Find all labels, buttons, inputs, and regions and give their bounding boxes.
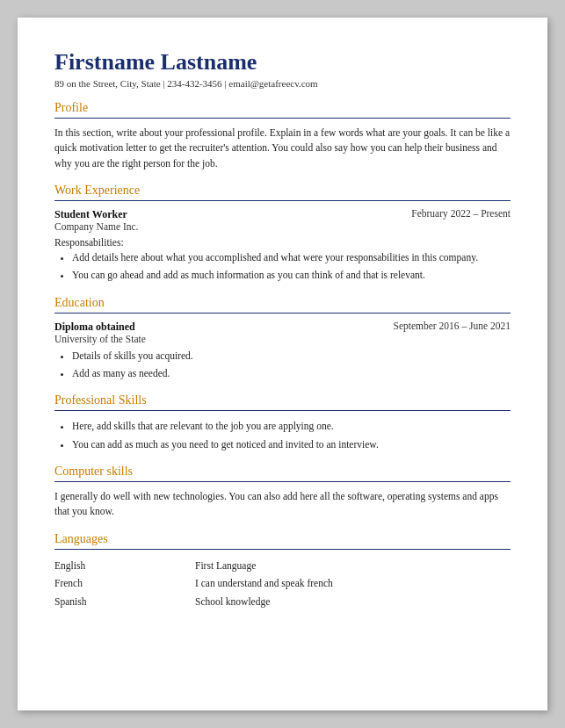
professional-skills-title: Professional Skills (54, 393, 511, 407)
languages-title: Languages (54, 532, 511, 546)
computer-skills-section: Computer skills I generally do well with… (54, 465, 511, 520)
lang-french-desc: I can understand and speak french (195, 574, 511, 593)
languages-divider (54, 549, 511, 550)
lang-spanish-name: Spanish (54, 593, 195, 611)
computer-skills-divider (54, 481, 511, 482)
skill-bullet-1: Here, add skills that are relevant to th… (72, 418, 511, 434)
languages-section: Languages English First Language French … (54, 532, 511, 611)
languages-table: English First Language French I can unde… (54, 557, 511, 611)
full-name: Firstname Lastname (54, 49, 511, 76)
header-section: Firstname Lastname 89 on the Street, Cit… (54, 49, 511, 89)
edu-date: September 2016 – June 2021 (393, 321, 511, 331)
education-section: Education September 2016 – June 2021 Dip… (54, 296, 511, 382)
edu-institution: University of the State (54, 334, 511, 344)
education-divider (54, 313, 511, 314)
work-experience-header: February 2022 – Present Student Worker (54, 208, 511, 221)
professional-skills-section: Professional Skills Here, add skills tha… (54, 393, 511, 452)
skill-bullet-2: You can add as much as you need to get n… (72, 436, 511, 452)
computer-skills-text: I generally do well with new technologie… (54, 489, 511, 520)
work-experience-divider (54, 200, 511, 201)
profile-title: Profile (54, 101, 511, 115)
profile-text: In this section, write about your profes… (54, 126, 511, 171)
work-bullet-2: You can go ahead and add as much informa… (72, 267, 511, 283)
lang-english-name: English (54, 557, 195, 575)
lang-row-french: French I can understand and speak french (54, 574, 511, 593)
edu-bullet-1: Details of skills you acquired. (72, 348, 511, 364)
education-title: Education (54, 296, 511, 310)
job-title: Student Worker (54, 208, 127, 220)
profile-section: Profile In this section, write about you… (54, 101, 511, 171)
lang-row-english: English First Language (54, 557, 511, 575)
professional-skills-divider (54, 410, 511, 411)
lang-spanish-desc: School knowledge (195, 593, 511, 611)
lang-french-name: French (54, 574, 195, 593)
work-experience-section: Work Experience February 2022 – Present … (54, 184, 511, 284)
computer-skills-title: Computer skills (54, 465, 511, 479)
lang-row-spanish: Spanish School knowledge (54, 593, 511, 611)
edu-bullets: Details of skills you acquired. Add as m… (54, 348, 511, 382)
contact-info: 89 on the Street, City, State | 234-432-… (54, 78, 511, 89)
responsibilities-label: Responsabilities: (54, 237, 511, 248)
work-experience-title: Work Experience (54, 184, 511, 198)
work-bullet-1: Add details here about what you accompli… (72, 249, 511, 265)
job-company: Company Name Inc. (54, 221, 511, 232)
edu-degree: Diploma obtained (54, 321, 135, 333)
resume-page: Firstname Lastname 89 on the Street, Cit… (18, 18, 547, 710)
education-header: September 2016 – June 2021 Diploma obtai… (54, 321, 511, 334)
skills-bullets: Here, add skills that are relevant to th… (54, 418, 511, 452)
profile-divider (54, 118, 511, 119)
work-bullets: Add details here about what you accompli… (54, 249, 511, 284)
edu-bullet-2: Add as many as needed. (72, 365, 511, 381)
lang-english-desc: First Language (195, 557, 511, 575)
job-date: February 2022 – Present (411, 208, 511, 219)
